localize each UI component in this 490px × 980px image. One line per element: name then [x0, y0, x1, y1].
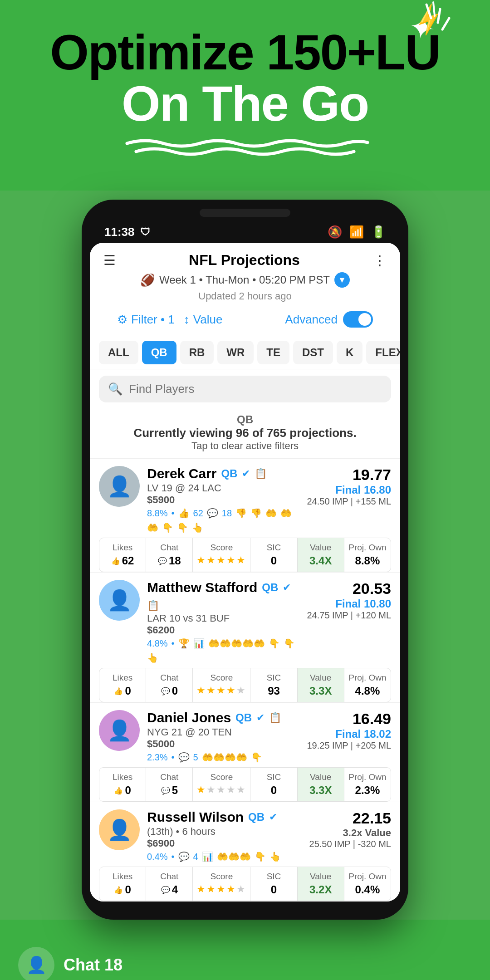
tab-wr[interactable]: WR: [217, 341, 254, 364]
player-avatar-derek-carr: 👤: [99, 466, 140, 507]
metric-likes-jones: Likes 👍 0: [99, 768, 146, 801]
filter-button[interactable]: ⚙ Filter • 1: [117, 313, 175, 327]
player-score-stafford: 20.53 Final 10.80 24.75 IMP | +120 ML: [307, 580, 392, 621]
score-jones: 16.49: [353, 710, 391, 728]
player-main-row-stafford: 👤 Matthew Stafford QB ✔ 📋 LAR 10 vs 31 B…: [99, 580, 391, 663]
tab-te[interactable]: TE: [257, 341, 289, 364]
search-bar[interactable]: 🔍: [99, 376, 391, 402]
tab-all[interactable]: ALL: [99, 341, 138, 364]
clock: 11:38: [104, 225, 135, 239]
player-score-section: 19.77 Final 16.80 24.50 IMP | +155 ML: [307, 466, 392, 507]
like-icon: 👍: [178, 508, 190, 519]
player-info-jones: Daniel Jones QB ✔ 📋 NYG 21 @ 20 TEN $500…: [147, 710, 300, 763]
imp-ml-jones: 19.25 IMP | +205 ML: [307, 740, 392, 751]
player-position-badge: QB: [221, 467, 237, 480]
player-stats-jones: 2.3% • 💬 5 🤲🤲🤲🤲 👇: [147, 752, 300, 763]
player-metrics-wilson: Likes 👍 0 Chat 💬 4 Sco: [99, 867, 391, 901]
own-pct-jones: 2.3%: [147, 752, 168, 763]
grid-icon: 📊: [193, 638, 205, 649]
tab-flex[interactable]: FLEX: [366, 341, 400, 364]
metric-chat-jones: Chat 💬 5: [146, 768, 193, 801]
proj-own-value: 8.8%: [348, 554, 387, 567]
wifi-icon: 📶: [349, 225, 364, 239]
player-metrics-jones: Likes 👍 0 Chat 💬 5 Sco: [99, 767, 391, 802]
updated-text: Updated 2 hours ago: [103, 290, 387, 302]
filter-hint[interactable]: Tap to clear active filters: [99, 440, 391, 452]
metric-sic-wilson: SIC 0: [250, 867, 297, 901]
menu-icon[interactable]: ☰: [103, 252, 116, 268]
metric-chat-wilson: Chat 💬 4: [146, 867, 193, 901]
player-card-derek-carr[interactable]: 👤 Derek Carr QB ✔ 📋 LV 19 @ 24 LAC $5900: [90, 459, 400, 573]
imp-ml-wilson: 25.50 IMP | -320 ML: [309, 839, 391, 849]
imp-ml-stafford: 24.75 IMP | +120 ML: [307, 610, 392, 621]
battery-icon: 🔋: [371, 225, 386, 239]
chat-count: 18: [222, 508, 232, 519]
likes-icon-wilson: 👍: [114, 886, 123, 894]
player-main-row-jones: 👤 Daniel Jones QB ✔ 📋 NYG 21 @ 20 TEN $5…: [99, 710, 391, 763]
player-avatar-jones: 👤: [99, 710, 140, 751]
football-emoji: 🏈: [140, 273, 155, 287]
position-label: QB: [99, 413, 391, 426]
emoji-icons-row: 👎: [235, 508, 247, 519]
player-stats-wilson: 0.4% • 💬 4 📊 🤲🤲🤲 👇 👆: [147, 851, 302, 862]
score-stars-stafford: ★★★★★: [196, 685, 246, 696]
metric-likes-stafford: Likes 👍 0: [99, 668, 146, 702]
app-header-top: ☰ NFL Projections ⋮: [103, 252, 387, 269]
tab-k[interactable]: K: [337, 341, 363, 364]
advanced-toggle-switch[interactable]: [343, 311, 373, 328]
chat-icon-wilson: 💬: [161, 886, 170, 894]
metric-sic-stafford: SIC 93: [250, 668, 297, 702]
position-tabs: ALL QB RB WR TE DST K FLEX: [90, 336, 400, 369]
player-name-jones: Daniel Jones: [147, 710, 231, 725]
player-name-stafford: Matthew Stafford: [147, 580, 257, 595]
metric-proj-stafford: Proj. Own 4.8%: [344, 668, 391, 702]
likes-icon: 👍: [111, 557, 120, 565]
player-card-daniel-jones[interactable]: 👤 Daniel Jones QB ✔ 📋 NYG 21 @ 20 TEN $5…: [90, 703, 400, 802]
search-icon: 🔍: [108, 382, 122, 396]
phone-wrapper: 11:38 🛡 🔕 📶 🔋 ☰ NFL Projections ⋮ 🏈: [0, 191, 490, 920]
tab-dst[interactable]: DST: [293, 341, 333, 364]
metric-likes: Likes 👍 62: [99, 538, 146, 572]
value-label: Value: [301, 543, 340, 553]
chat-icon: 💬: [207, 508, 218, 519]
metric-value-jones: Value 3.3X: [298, 768, 344, 801]
app-title: NFL Projections: [189, 252, 300, 269]
more-icon[interactable]: ⋮: [373, 252, 387, 268]
week-dropdown-button[interactable]: ▼: [334, 272, 350, 288]
metric-sic: SIC 0: [250, 538, 297, 572]
chat-person-icon-18: 👤: [26, 956, 47, 975]
score-label: Score: [196, 543, 246, 553]
status-right: 🔕 📶 🔋: [328, 225, 386, 239]
bottom-section: 👤 Chat 18 👤 Chat 👤 Chat 5: [0, 920, 490, 980]
player-name: Derek Carr: [147, 466, 216, 481]
svg-line-3: [433, 2, 435, 16]
sort-label: Value: [193, 313, 223, 327]
metric-sic-jones: SIC 0: [250, 768, 297, 801]
app-content: ☰ NFL Projections ⋮ 🏈 Week 1 • Thu-Mon •…: [90, 243, 400, 902]
squiggle-decoration: [118, 134, 372, 162]
chat-bubble-icon: 💬: [158, 557, 167, 565]
tab-qb[interactable]: QB: [142, 341, 176, 364]
proj-own-label: Proj. Own: [348, 543, 387, 553]
player-matchup-wilson: (13th) • 6 hours: [147, 826, 302, 838]
search-input[interactable]: [129, 382, 382, 396]
phone-frame: 11:38 🛡 🔕 📶 🔋 ☰ NFL Projections ⋮ 🏈: [82, 200, 408, 920]
chat-list-item-18[interactable]: 👤 Chat 18: [18, 938, 472, 980]
own-percent: 8.8%: [147, 508, 168, 519]
player-card-russell-wilson[interactable]: 👤 Russell Wilson QB ✔ (13th) • 6 hours $…: [90, 802, 400, 902]
player-final: Final 16.80: [335, 484, 391, 496]
week-text: Week 1 • Thu-Mon • 05:20 PM PST: [159, 274, 330, 286]
status-icon-shield: 🛡: [140, 226, 150, 238]
player-avatar-stafford: 👤: [99, 580, 140, 621]
sort-button[interactable]: ↕ Value: [184, 313, 223, 327]
tab-rb[interactable]: RB: [180, 341, 214, 364]
player-imp-ml: 24.50 IMP | +155 ML: [307, 496, 392, 507]
score-stars-jones: ★★★★★: [196, 784, 246, 796]
player-main-row-wilson: 👤 Russell Wilson QB ✔ (13th) • 6 hours $…: [99, 809, 391, 862]
final-jones: Final 18.02: [335, 728, 391, 740]
player-card-matthew-stafford[interactable]: 👤 Matthew Stafford QB ✔ 📋 LAR 10 vs 31 B…: [90, 573, 400, 703]
player-salary-wilson: $6900: [147, 838, 175, 849]
verified-stafford: ✔: [283, 582, 291, 593]
chat-wilson: 💬: [178, 851, 190, 862]
metric-value-stafford: Value 3.3X: [298, 668, 344, 702]
